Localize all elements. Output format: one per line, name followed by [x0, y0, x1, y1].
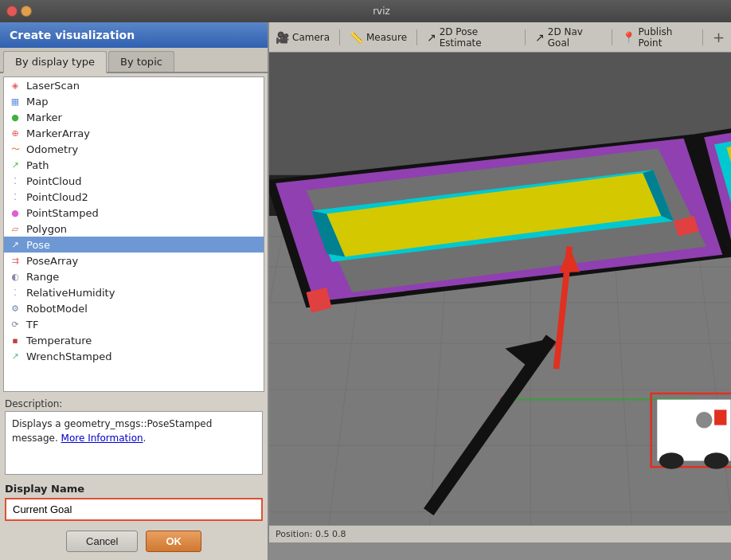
list-item-icon: ● — [9, 111, 22, 123]
list-item[interactable]: ◈LaserScan — [4, 77, 264, 93]
list-item[interactable]: ⇉PoseArray — [4, 253, 264, 268]
window-controls[interactable] — [6, 6, 32, 17]
list-item-label: Temperature — [26, 335, 92, 347]
list-item[interactable]: ⚙RobotModel — [4, 300, 264, 316]
description-label: Description: — [5, 398, 263, 409]
rviz-toolbar: 🎥 Camera 📏 Measure ↗ 2D Pose Estimate ↗ … — [269, 22, 731, 53]
tab-by-topic[interactable]: By topic — [108, 51, 174, 72]
rviz-view: 🎥 Camera 📏 Measure ↗ 2D Pose Estimate ↗ … — [269, 22, 731, 560]
toolbar-camera[interactable]: 🎥 Camera — [276, 31, 330, 44]
list-item-label: PoseArray — [26, 255, 78, 267]
measure-icon: 📏 — [350, 31, 363, 44]
toolbar-sep-3 — [525, 29, 526, 45]
publish-point-icon: 📍 — [622, 31, 635, 44]
list-item-icon: ● — [9, 206, 22, 219]
list-item-icon: 〜 — [9, 143, 22, 155]
dialog-title: Create visualization — [0, 22, 268, 48]
description-section: Description: Displays a geometry_msgs::P… — [0, 395, 268, 476]
list-item[interactable]: ↗WrenchStamped — [4, 348, 264, 364]
list-item[interactable]: ⟳TF — [4, 316, 264, 332]
list-item-icon: ⟳ — [9, 318, 22, 331]
svg-point-36 — [659, 452, 684, 469]
close-button[interactable] — [6, 6, 18, 17]
toolbar-nav-goal[interactable]: ↗ 2D Nav Goal — [535, 26, 602, 49]
list-item-label: WrenchStamped — [26, 350, 111, 362]
add-tool-button[interactable]: + — [713, 29, 725, 45]
measure-label: Measure — [366, 32, 407, 43]
list-item-label: Map — [26, 96, 48, 108]
list-item-label: Odometry — [26, 143, 78, 155]
list-item-icon: ↗ — [9, 350, 22, 362]
list-item[interactable]: ▱Polygon — [4, 221, 264, 237]
list-item[interactable]: ⁚PointCloud2 — [4, 189, 264, 205]
list-item-label: LaserScan — [26, 80, 80, 92]
list-item-icon: ⁚ — [9, 190, 22, 203]
status-bar: Position: 0.5 0.8 — [269, 525, 731, 542]
list-item[interactable]: ●PointStamped — [4, 205, 264, 221]
list-item[interactable]: ⊕MarkerArray — [4, 125, 264, 141]
toolbar-measure[interactable]: 📏 Measure — [350, 31, 407, 44]
toolbar-publish-point[interactable]: 📍 Publish Point — [622, 26, 693, 49]
toolbar-pose-estimate[interactable]: ↗ 2D Pose Estimate — [427, 26, 515, 49]
list-item[interactable]: ⁚RelativeHumidity — [4, 284, 264, 300]
list-item-label: PointCloud2 — [26, 191, 88, 203]
list-item-icon: ▱ — [9, 222, 22, 235]
title-bar: rviz — [0, 0, 731, 22]
publish-point-label: Publish Point — [639, 26, 693, 49]
list-item-icon: ⁚ — [9, 286, 22, 299]
more-information-link[interactable]: More Information — [61, 433, 143, 444]
tabs-container: By display type By topic — [0, 48, 268, 73]
list-item[interactable]: ↗Pose — [4, 237, 264, 253]
pose-estimate-icon: ↗ — [427, 31, 436, 44]
list-item-label: Pose — [26, 239, 50, 251]
list-item[interactable]: ↗Path — [4, 157, 264, 173]
list-item-label: Polygon — [26, 223, 67, 235]
buttons-row: Cancel OK — [0, 524, 268, 560]
toolbar-sep-5 — [702, 29, 703, 45]
list-item-icon: ↗ — [9, 238, 22, 251]
list-item[interactable]: ▪Temperature — [4, 332, 264, 348]
toolbar-sep-2 — [416, 29, 417, 45]
list-item-label: Range — [26, 271, 59, 283]
svg-point-35 — [696, 412, 713, 429]
list-item-icon: ⚙ — [9, 302, 22, 315]
pose-estimate-label: 2D Pose Estimate — [440, 26, 515, 49]
dialog-panel: Create visualization By display type By … — [0, 22, 269, 560]
display-name-section: Display Name — [0, 476, 268, 524]
description-box: Displays a geometry_msgs::PoseStamped me… — [5, 411, 263, 475]
nav-goal-icon: ↗ — [535, 31, 545, 44]
viewport-3d[interactable]: Position: 0.5 0.8 — [269, 53, 731, 542]
list-item-label: Marker — [26, 112, 62, 123]
display-name-input[interactable] — [5, 498, 263, 521]
list-item-label: PointStamped — [26, 207, 99, 219]
svg-rect-38 — [714, 409, 726, 425]
scene-svg — [269, 53, 731, 542]
tab-by-display-type[interactable]: By display type — [3, 51, 107, 73]
list-item-label: RobotModel — [26, 303, 88, 315]
list-item[interactable]: ⁚PointCloud — [4, 173, 264, 189]
list-item-label: Path — [26, 159, 49, 171]
list-item-label: PointCloud — [26, 175, 81, 187]
list-item[interactable]: 〜Odometry — [4, 141, 264, 157]
cancel-button[interactable]: Cancel — [66, 531, 138, 552]
list-item-label: MarkerArray — [26, 127, 90, 139]
list-item-icon: ◐ — [9, 270, 22, 283]
ok-button[interactable]: OK — [146, 531, 201, 552]
visualization-list[interactable]: ◈LaserScan▦Map●Marker⊕MarkerArray〜Odomet… — [3, 76, 264, 392]
svg-rect-34 — [657, 400, 730, 461]
list-item-label: RelativeHumidity — [26, 287, 115, 299]
main-layout: Create visualization By display type By … — [0, 22, 731, 560]
list-item-label: TF — [26, 319, 38, 331]
window-title: rviz — [38, 6, 725, 17]
minimize-button[interactable] — [21, 6, 32, 17]
list-item-icon: ◈ — [9, 79, 22, 92]
display-name-label: Display Name — [5, 483, 263, 495]
toolbar-sep-4 — [612, 29, 612, 45]
list-item-icon: ⊕ — [9, 127, 22, 139]
svg-point-37 — [704, 452, 729, 469]
list-item[interactable]: ●Marker — [4, 109, 264, 125]
list-item-icon: ⁚ — [9, 174, 22, 187]
list-item-icon: ⇉ — [9, 254, 22, 267]
list-item[interactable]: ◐Range — [4, 268, 264, 284]
list-item[interactable]: ▦Map — [4, 93, 264, 109]
